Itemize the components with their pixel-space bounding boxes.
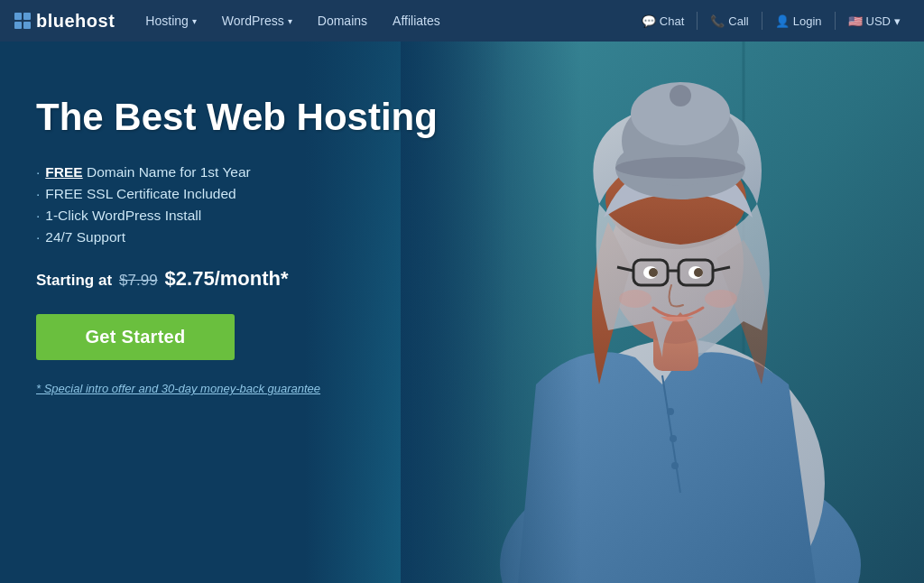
bullet-icon: · <box>36 229 40 245</box>
hero-heading: The Best Web Hosting <box>36 96 438 139</box>
bullet-icon: · <box>36 186 40 202</box>
logo-grid-icon <box>14 13 31 29</box>
feature-item-domain: · FREE Domain Name for 1st Year <box>36 164 438 180</box>
nav-divider <box>697 12 698 30</box>
svg-point-26 <box>619 290 651 308</box>
svg-point-27 <box>705 290 737 308</box>
flag-icon: 🇺🇸 <box>848 14 863 28</box>
chevron-down-icon: ▾ <box>288 16 292 26</box>
logo-text: bluehost <box>36 11 115 32</box>
phone-icon: 📞 <box>710 14 725 28</box>
bullet-icon: · <box>36 208 40 224</box>
old-price: $7.99 <box>119 272 158 290</box>
chat-button[interactable]: 💬 Chat <box>633 0 693 42</box>
svg-point-16 <box>615 157 745 179</box>
call-button[interactable]: 📞 Call <box>701 0 757 42</box>
bullet-icon: · <box>36 164 40 180</box>
navbar: bluehost Hosting ▾ WordPress ▾ Domains A… <box>0 0 924 42</box>
user-icon: 👤 <box>775 14 790 28</box>
hero-section: The Best Web Hosting · FREE Domain Name … <box>0 42 924 583</box>
nav-item-wordpress[interactable]: WordPress ▾ <box>209 0 305 42</box>
pricing-label: Starting at <box>36 272 112 290</box>
svg-point-8 <box>671 462 679 469</box>
special-offer-link[interactable]: * Special intro offer and 30-day money-b… <box>36 382 320 395</box>
currency-selector[interactable]: 🇺🇸 USD ▾ <box>839 0 910 42</box>
feature-item-support: · 24/7 Support <box>36 229 438 245</box>
new-price: $2.75/month* <box>165 267 289 291</box>
svg-point-6 <box>667 408 674 415</box>
svg-point-23 <box>649 268 658 277</box>
feature-item-ssl: · FREE SSL Certificate Included <box>36 186 438 202</box>
chevron-down-icon: ▾ <box>894 14 901 28</box>
nav-right: 💬 Chat 📞 Call 👤 Login 🇺🇸 USD ▾ <box>633 0 910 42</box>
logo-area[interactable]: bluehost <box>14 11 115 32</box>
pricing-area: Starting at $7.99 $2.75/month* <box>36 267 438 291</box>
free-highlight: FREE <box>45 164 82 180</box>
feature-list: · FREE Domain Name for 1st Year · FREE S… <box>36 164 438 245</box>
nav-item-domains[interactable]: Domains <box>305 0 380 42</box>
get-started-button[interactable]: Get Started <box>36 314 235 360</box>
nav-links: Hosting ▾ WordPress ▾ Domains Affiliates <box>133 0 633 42</box>
svg-point-7 <box>670 435 677 442</box>
nav-item-hosting[interactable]: Hosting ▾ <box>133 0 208 42</box>
chat-icon: 💬 <box>642 14 656 28</box>
svg-point-15 <box>670 85 691 106</box>
svg-point-25 <box>694 268 703 277</box>
nav-divider <box>835 12 836 30</box>
feature-item-wordpress: · 1-Click WordPress Install <box>36 208 438 224</box>
login-button[interactable]: 👤 Login <box>766 0 831 42</box>
nav-divider <box>762 12 762 30</box>
hero-content: The Best Web Hosting · FREE Domain Name … <box>36 96 438 396</box>
nav-item-affiliates[interactable]: Affiliates <box>380 0 453 42</box>
chevron-down-icon: ▾ <box>192 16 197 26</box>
